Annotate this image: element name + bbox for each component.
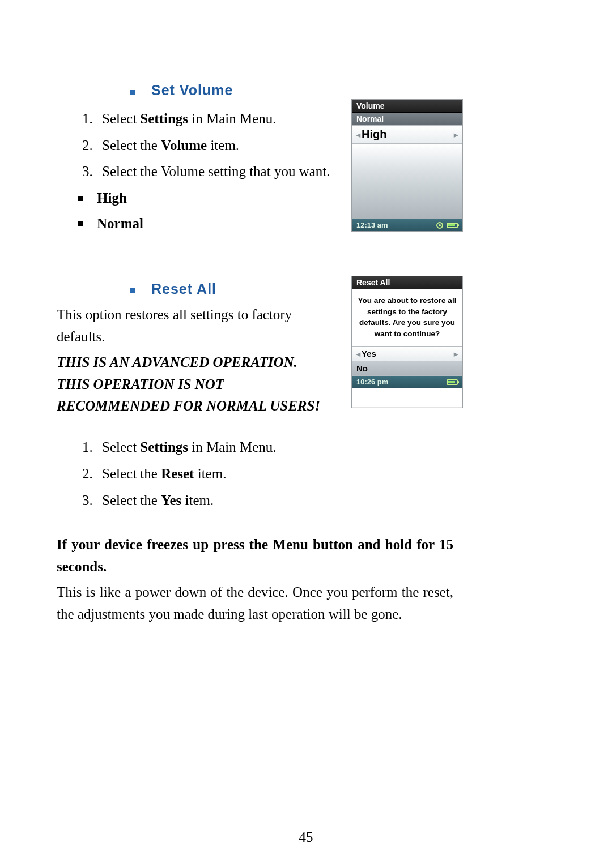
step-text: Select the (102, 466, 161, 481)
page-number: 45 (0, 829, 612, 845)
step-text: in Main Menu. (188, 111, 277, 126)
step-bold: Yes (161, 493, 181, 508)
section-title-reset-all: Reset All (151, 278, 216, 300)
step-bold: Volume (161, 138, 207, 153)
bullet-square-icon (130, 90, 135, 95)
step-text: Select (102, 111, 140, 126)
step-bold: Settings (140, 111, 188, 126)
step-text: Select (102, 439, 140, 455)
reset-intro: This option restores all settings to fac… (57, 304, 329, 348)
reset-warning: THIS IS AN ADVANCED OPERATION. THIS OPER… (57, 352, 329, 417)
step-text: item. (207, 138, 239, 153)
step-text: item. (181, 493, 214, 508)
bullet-square-icon (78, 221, 83, 226)
list-item: Normal (78, 213, 453, 235)
section-title-set-volume: Set Volume (151, 79, 233, 101)
page: Volume Normal ◂ High ▸ 12:13 am Reset Al… (0, 0, 612, 868)
reset-steps: Select Settings in Main Menu. Select the… (57, 437, 453, 511)
step-text: Select the (102, 138, 161, 153)
bullet-square-icon (78, 196, 83, 201)
list-item: High (78, 187, 453, 209)
step-text: in Main Menu. (188, 439, 277, 455)
list-item: Select Settings in Main Menu. (96, 437, 453, 459)
freeze-body: This is like a power down of the device.… (57, 581, 453, 626)
step-text: Select the Volume setting that you want. (102, 164, 330, 179)
list-item: Select the Yes item. (96, 490, 453, 512)
section-title-set-volume-row: Set Volume (130, 79, 453, 106)
chevron-right-icon: ▸ (454, 349, 458, 358)
list-item: Select the Volume setting that you want. (96, 161, 453, 183)
section-title-reset-all-row: Reset All (130, 278, 453, 305)
step-text: item. (194, 466, 226, 481)
list-item: Select the Reset item. (96, 463, 453, 485)
list-item: Select the Volume item. (96, 135, 453, 157)
chevron-right-icon: ▸ (454, 130, 458, 139)
step-text: Select the (102, 493, 161, 508)
option-label: High (97, 187, 127, 209)
volume-options: High Normal (57, 187, 453, 235)
list-item: Select Settings in Main Menu. (96, 108, 453, 130)
text-column: Set Volume Select Settings in Main Menu.… (57, 79, 453, 625)
set-volume-steps: Select Settings in Main Menu. Select the… (57, 108, 453, 183)
bullet-square-icon (130, 288, 135, 293)
step-bold: Settings (140, 439, 188, 455)
freeze-heading: If your device freezes up press the Menu… (57, 534, 453, 578)
option-label: Normal (97, 213, 143, 235)
step-bold: Reset (161, 466, 194, 481)
